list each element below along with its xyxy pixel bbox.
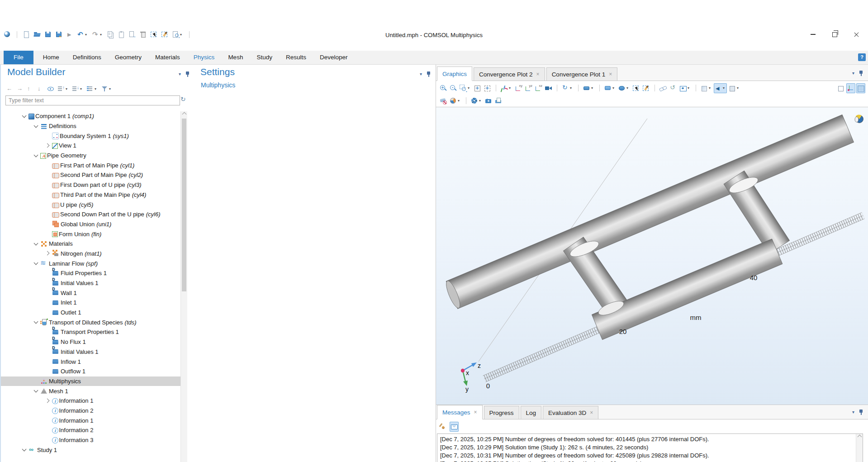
rotate-button[interactable]: ▾ xyxy=(561,83,574,93)
expand-chevron-icon[interactable] xyxy=(33,152,40,159)
dropdown-caret[interactable]: ▾ xyxy=(723,86,726,90)
view-xy-button[interactable] xyxy=(514,83,523,93)
tree-item[interactable]: Information 1 xyxy=(1,415,180,425)
projection-button[interactable]: ▾ xyxy=(714,83,727,93)
tree-item[interactable]: Mesh 1 xyxy=(1,386,180,396)
expand-chevron-icon[interactable] xyxy=(33,123,40,130)
expand-chevron-icon[interactable] xyxy=(33,240,40,248)
ribbon-tab[interactable]: File xyxy=(4,51,33,64)
expand-chevron-icon[interactable] xyxy=(44,171,52,179)
email-messages-button[interactable] xyxy=(450,422,459,432)
expand-chevron-icon[interactable] xyxy=(44,368,52,375)
tree-item[interactable]: Nitrogen (mat1) xyxy=(1,249,180,259)
go-to-view-button[interactable]: ▾ xyxy=(500,83,513,93)
clear-messages-button[interactable] xyxy=(438,422,447,432)
node-text-button[interactable]: ▾ xyxy=(85,84,99,94)
tree-item[interactable]: Initial Values 1 xyxy=(1,278,180,288)
view-xz-button[interactable] xyxy=(534,83,543,93)
expand-chevron-icon[interactable] xyxy=(44,397,52,405)
expand-chevron-icon[interactable] xyxy=(44,220,52,228)
dropdown-caret[interactable]: ▾ xyxy=(688,86,691,90)
tree-item[interactable]: Multiphysics xyxy=(1,376,180,386)
panel-menu-caret[interactable]: ▾ xyxy=(852,410,854,414)
expand-chevron-icon[interactable] xyxy=(44,191,52,198)
collapse-all-button[interactable]: ▾ xyxy=(71,84,84,94)
expand-chevron-icon[interactable] xyxy=(44,417,52,424)
messages-tab[interactable]: Messages× xyxy=(437,405,483,419)
appearance-button[interactable]: ▾ xyxy=(582,83,595,93)
log-scrollbar[interactable] xyxy=(856,434,863,462)
dropdown-caret[interactable]: ▾ xyxy=(66,87,69,91)
dropdown-caret[interactable]: ▾ xyxy=(591,86,595,90)
scroll-up-icon[interactable] xyxy=(182,112,187,117)
tree-item[interactable]: Information 1 xyxy=(1,396,180,406)
transparency-button[interactable]: ▾ xyxy=(700,83,713,93)
tree-item[interactable]: Fluid Properties 1 xyxy=(1,268,180,278)
dropdown-caret[interactable]: ▾ xyxy=(509,86,512,90)
tree-item[interactable]: Information 3 xyxy=(1,435,180,445)
graphics-tab[interactable]: Graphics xyxy=(437,67,472,81)
dropdown-caret[interactable]: ▾ xyxy=(109,87,113,91)
view-yz-button[interactable] xyxy=(524,83,533,93)
expand-chevron-icon[interactable] xyxy=(33,387,40,395)
filter-tree-button[interactable]: ▾ xyxy=(100,84,113,94)
dropdown-caret[interactable]: ▾ xyxy=(468,86,471,90)
dropdown-caret[interactable]: ▾ xyxy=(626,86,630,90)
expand-all-button[interactable]: ▾ xyxy=(57,84,70,94)
tree-item[interactable]: Inflow 1 xyxy=(1,357,180,367)
expand-chevron-icon[interactable] xyxy=(44,299,52,306)
ribbon-tab[interactable]: Physics xyxy=(187,51,222,64)
material-rendering-button[interactable]: ▾ xyxy=(603,83,617,93)
show-button[interactable] xyxy=(46,84,55,94)
panel-menu-caret[interactable]: ▾ xyxy=(852,71,854,76)
pin-icon[interactable] xyxy=(859,409,863,415)
expand-chevron-icon[interactable] xyxy=(44,142,52,149)
graphics-canvas[interactable]: 0 20 40 mm x y z xyxy=(436,107,868,405)
minimize-button[interactable] xyxy=(802,27,824,42)
tree-item[interactable]: Outlet 1 xyxy=(1,308,180,318)
ribbon-tab[interactable]: Definitions xyxy=(66,51,108,64)
ribbon-tab[interactable]: Results xyxy=(279,51,313,64)
ribbon-tab[interactable]: Study xyxy=(250,51,279,64)
expand-chevron-icon[interactable] xyxy=(44,329,52,336)
ribbon-tab[interactable]: Geometry xyxy=(108,51,148,64)
dropdown-caret[interactable]: ▾ xyxy=(612,86,616,90)
tree-item[interactable]: Wall 1 xyxy=(1,288,180,298)
restore-button[interactable] xyxy=(824,27,845,42)
filter-input[interactable] xyxy=(5,95,180,105)
expand-chevron-icon[interactable] xyxy=(33,260,40,267)
dropdown-caret[interactable]: ▾ xyxy=(479,99,483,103)
ribbon-tab[interactable]: Developer xyxy=(313,51,355,64)
pin-icon[interactable] xyxy=(427,71,431,77)
dropdown-caret[interactable]: ▾ xyxy=(95,87,98,91)
expand-chevron-icon[interactable] xyxy=(44,348,52,355)
scene-button[interactable]: ▾ xyxy=(728,83,741,93)
expand-chevron-icon[interactable] xyxy=(44,338,52,346)
move-down-button[interactable] xyxy=(36,84,45,94)
help-button[interactable]: ? xyxy=(858,53,866,61)
refresh-icon[interactable] xyxy=(179,95,188,105)
messages-tab[interactable]: Evaluation 3D× xyxy=(543,406,598,419)
tree-item[interactable]: Definitions xyxy=(1,121,180,131)
separator[interactable] xyxy=(554,83,560,93)
tree-item[interactable]: First Down part of U pipe (cyl3) xyxy=(1,180,180,190)
ribbon-tab[interactable]: Home xyxy=(36,51,66,64)
plot-appearance-button[interactable]: ▾ xyxy=(449,96,462,106)
back-button[interactable] xyxy=(5,84,14,94)
tree-item[interactable]: Third Part of the Main Pipe (cyl4) xyxy=(1,190,180,200)
view-widget-icon[interactable] xyxy=(855,115,863,123)
expand-chevron-icon[interactable] xyxy=(21,113,28,120)
ribbon-tab[interactable]: Materials xyxy=(148,51,187,64)
zoom-in-button[interactable] xyxy=(439,83,448,93)
pin-icon[interactable] xyxy=(185,71,190,77)
messages-tab[interactable]: Progress xyxy=(484,406,519,419)
graphics-tab[interactable]: Convergence Plot 1× xyxy=(546,67,618,81)
expand-chevron-icon[interactable] xyxy=(44,289,52,296)
tree-item[interactable]: Outflow 1 xyxy=(1,367,180,376)
dropdown-caret[interactable]: ▾ xyxy=(737,86,740,90)
scroll-up-icon[interactable] xyxy=(858,435,862,439)
panel-menu-caret[interactable]: ▾ xyxy=(179,72,181,76)
view-visibility-button[interactable]: ▾ xyxy=(678,83,692,93)
graphics-tab[interactable]: Convergence Plot 2× xyxy=(474,67,545,81)
zoom-to-selection-button[interactable] xyxy=(483,83,492,93)
